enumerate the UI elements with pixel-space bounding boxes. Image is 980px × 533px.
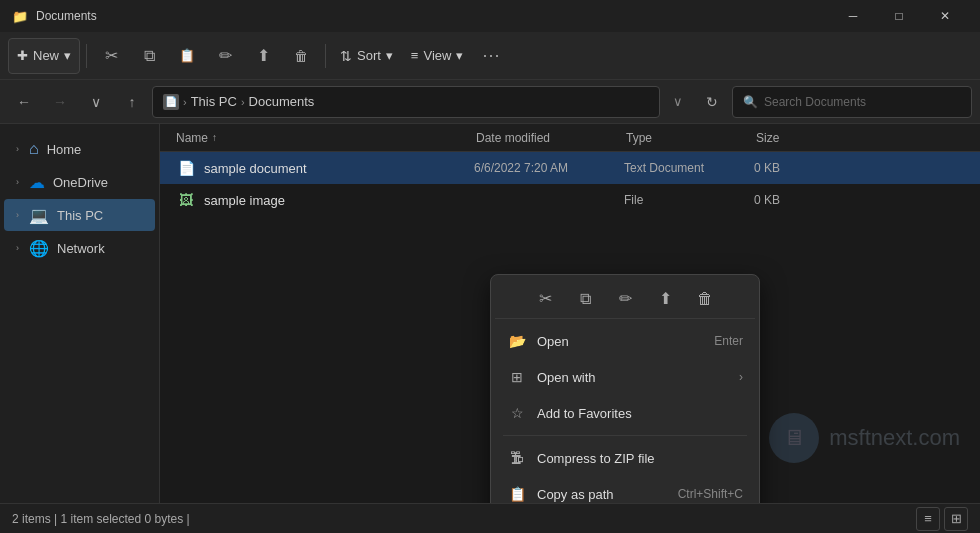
folder-icon: 📁 [12, 8, 28, 24]
cut-button[interactable]: ✂ [93, 38, 129, 74]
copy-path-shortcut: Ctrl+Shift+C [678, 487, 743, 501]
open-with-label: Open with [537, 370, 729, 385]
file-date-doc: 6/6/2022 7:20 AM [474, 161, 624, 175]
refresh-button[interactable]: ↻ [696, 86, 728, 118]
copy-path-icon: 📋 [507, 484, 527, 503]
address-path[interactable]: 📄 › This PC › Documents [152, 86, 660, 118]
view-icon: ≡ [411, 48, 419, 63]
watermark-text: msftnext.com [829, 425, 960, 451]
sort-label: Sort [357, 48, 381, 63]
sidebar-thispc-label: This PC [57, 208, 103, 223]
sidebar-item-network[interactable]: › 🌐 Network [4, 232, 155, 264]
sidebar-network-label: Network [57, 241, 105, 256]
path-chevron-1: › [183, 96, 187, 108]
col-size-header[interactable]: Size [756, 131, 836, 145]
minimize-button[interactable]: ─ [830, 0, 876, 32]
path-chevron-2: › [241, 96, 245, 108]
file-size-doc: 0 KB [754, 161, 834, 175]
share-button[interactable]: ⬆ [245, 38, 281, 74]
sidebar-item-onedrive[interactable]: › ☁ OneDrive [4, 166, 155, 198]
ctx-rename-button[interactable]: ✏ [607, 283, 643, 315]
file-name-img: sample image [204, 193, 474, 208]
ctx-separator-1 [503, 435, 747, 436]
open-shortcut: Enter [714, 334, 743, 348]
ctx-compress-item[interactable]: 🗜 Compress to ZIP file [495, 440, 755, 476]
file-row-doc[interactable]: 📄 sample document 6/6/2022 7:20 AM Text … [160, 152, 980, 184]
file-type-doc: Text Document [624, 161, 754, 175]
col-date-header[interactable]: Date modified [476, 131, 626, 145]
search-box[interactable]: 🔍 Search Documents [732, 86, 972, 118]
ctx-delete-button[interactable]: 🗑 [687, 283, 723, 315]
copy-path-label: Copy as path [537, 487, 668, 502]
file-list-header: Name ↑ Date modified Type Size [160, 124, 980, 152]
maximize-button[interactable]: □ [876, 0, 922, 32]
path-thispc: This PC [191, 94, 237, 109]
col-name-header[interactable]: Name ↑ [176, 131, 476, 145]
thispc-icon: 💻 [29, 206, 49, 225]
file-type-img: File [624, 193, 754, 207]
chevron-network-icon: › [16, 243, 19, 253]
window-controls: ─ □ ✕ [830, 0, 968, 32]
view-label: View [423, 48, 451, 63]
new-button[interactable]: ✚ New ▾ [8, 38, 80, 74]
chevron-onedrive-icon: › [16, 177, 19, 187]
file-name-doc: sample document [204, 161, 474, 176]
sort-up-arrow-icon: ↑ [212, 132, 217, 143]
name-col-label: Name [176, 131, 208, 145]
up-button[interactable]: ↑ [116, 86, 148, 118]
open-label: Open [537, 334, 704, 349]
sidebar-item-thispc[interactable]: › 💻 This PC [4, 199, 155, 231]
sort-button[interactable]: ⇅ Sort ▾ [332, 38, 401, 74]
back-button[interactable]: ← [8, 86, 40, 118]
addressbar: ← → ∨ ↑ 📄 › This PC › Documents ∨ ↻ 🔍 Se… [0, 80, 980, 124]
expand-button[interactable]: ∨ [80, 86, 112, 118]
main-content: › ⌂ Home › ☁ OneDrive › 💻 This PC › 🌐 Ne… [0, 124, 980, 503]
ctx-cut-button[interactable]: ✂ [527, 283, 563, 315]
plus-icon: ✚ [17, 48, 28, 63]
toolbar-separator-2 [325, 44, 326, 68]
new-label: New [33, 48, 59, 63]
paste-button[interactable]: 📋 [169, 38, 205, 74]
watermark-circle: 🖥 [769, 413, 819, 463]
status-text: 2 items | 1 item selected 0 bytes | [12, 512, 190, 526]
more-button[interactable]: ··· [473, 38, 509, 74]
add-favorites-label: Add to Favorites [537, 406, 743, 421]
address-dropdown-button[interactable]: ∨ [664, 86, 692, 118]
window-title: Documents [36, 9, 97, 23]
ctx-add-favorites-item[interactable]: ☆ Add to Favorites [495, 395, 755, 431]
network-icon: 🌐 [29, 239, 49, 258]
rename-button[interactable]: ✏ [207, 38, 243, 74]
ctx-copy-path-item[interactable]: 📋 Copy as path Ctrl+Shift+C [495, 476, 755, 503]
ctx-copy-button[interactable]: ⧉ [567, 283, 603, 315]
view-button[interactable]: ≡ View ▾ [403, 38, 472, 74]
file-row-img[interactable]: 🖼 sample image File 0 KB [160, 184, 980, 216]
list-view-button[interactable]: ≡ [916, 507, 940, 531]
image-file-icon: 🖼 [176, 190, 196, 210]
search-placeholder: Search Documents [764, 95, 866, 109]
compress-label: Compress to ZIP file [537, 451, 743, 466]
path-file-icon: 📄 [163, 94, 179, 110]
toolbar-separator-1 [86, 44, 87, 68]
col-type-header[interactable]: Type [626, 131, 756, 145]
titlebar-left: 📁 Documents [12, 8, 97, 24]
open-icon: 📂 [507, 331, 527, 351]
context-menu-toolbar: ✂ ⧉ ✏ ⬆ 🗑 [495, 279, 755, 319]
copy-button[interactable]: ⧉ [131, 38, 167, 74]
open-with-arrow-icon: › [739, 370, 743, 384]
home-icon: ⌂ [29, 140, 39, 158]
close-button[interactable]: ✕ [922, 0, 968, 32]
ctx-share-button[interactable]: ⬆ [647, 283, 683, 315]
grid-view-button[interactable]: ⊞ [944, 507, 968, 531]
view-arrow: ▾ [456, 48, 463, 63]
context-menu: ✂ ⧉ ✏ ⬆ 🗑 📂 Open Enter ⊞ Open with › ☆ A… [490, 274, 760, 503]
ctx-open-item[interactable]: 📂 Open Enter [495, 323, 755, 359]
delete-button[interactable]: 🗑 [283, 38, 319, 74]
sidebar-item-home[interactable]: › ⌂ Home [4, 133, 155, 165]
new-dropdown-arrow: ▾ [64, 48, 71, 63]
ctx-open-with-item[interactable]: ⊞ Open with › [495, 359, 755, 395]
search-icon: 🔍 [743, 95, 758, 109]
view-toggle: ≡ ⊞ [916, 507, 968, 531]
statusbar: 2 items | 1 item selected 0 bytes | ≡ ⊞ [0, 503, 980, 533]
document-file-icon: 📄 [176, 158, 196, 178]
favorites-icon: ☆ [507, 403, 527, 423]
